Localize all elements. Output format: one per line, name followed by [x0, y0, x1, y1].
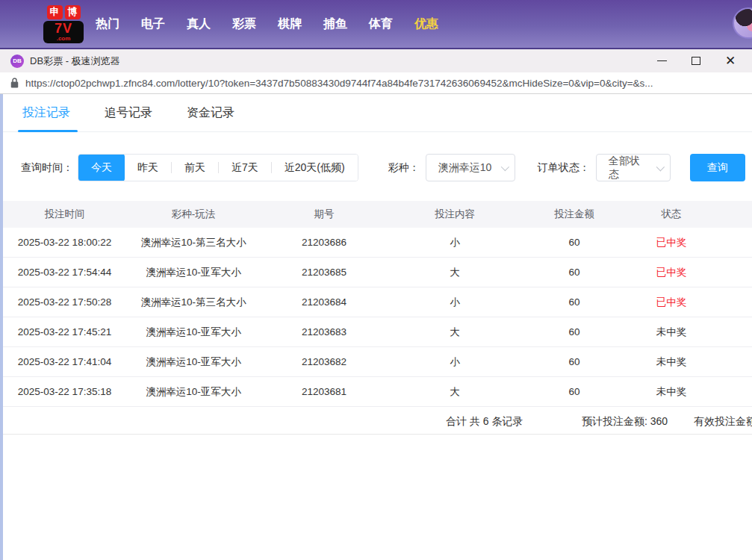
cell-amount: 60	[522, 237, 627, 248]
main-menu: 热门 电子 真人 彩票 棋牌 捕鱼 体育 优惠	[96, 16, 438, 32]
table-row: 2025-03-22 17:50:28 澳洲幸运10-第三名大小 2120368…	[3, 287, 752, 317]
menu-item-promo[interactable]: 优惠	[414, 16, 438, 32]
col-header-bet-time: 投注时间	[3, 208, 126, 221]
cell-issue: 21203683	[261, 326, 388, 337]
order-status-select[interactable]: 全部状态	[596, 154, 671, 181]
cell-content: 小	[388, 296, 522, 309]
user-avatar[interactable]	[733, 7, 752, 39]
tab-bet-records[interactable]: 投注记录	[22, 105, 70, 131]
logo-7v-text: 7V	[55, 22, 72, 35]
site-logo-badges: 申 博	[47, 5, 81, 19]
address-bar[interactable]: https://ctop02pchwp1.zfnc84.com/lottery/…	[0, 72, 752, 94]
url-text: https://ctop02pchwp1.zfnc84.com/lottery/…	[25, 78, 653, 89]
minimize-icon	[657, 60, 667, 61]
menu-item-chess[interactable]: 棋牌	[278, 16, 302, 32]
browser-app-icon: DB	[10, 55, 24, 68]
time-option-yesterday[interactable]: 昨天	[125, 154, 171, 181]
cell-issue: 21203682	[261, 356, 388, 367]
tab-fund-records-label: 资金记录	[187, 106, 234, 119]
cell-issue: 21203681	[261, 386, 388, 397]
tab-chase-records[interactable]: 追号记录	[105, 105, 152, 131]
logo-wordmark: 7V .com	[43, 21, 84, 43]
table-row: 2025-03-22 17:54:44 澳洲幸运10-亚军大小 21203685…	[3, 258, 752, 287]
col-header-content: 投注内容	[388, 208, 522, 221]
lottery-filter-label: 彩种：	[388, 161, 420, 175]
menu-item-slots[interactable]: 电子	[141, 16, 165, 32]
col-header-game-play: 彩种-玩法	[126, 208, 261, 221]
col-header-issue: 期号	[261, 208, 388, 221]
cell-bet-time: 2025-03-22 17:41:04	[3, 356, 126, 367]
top-nav: 申 博 7V .com 热门 电子 真人 彩票 棋牌 捕鱼 体育 优惠	[0, 0, 752, 48]
tab-bar: 投注记录 追号记录 资金记录	[3, 94, 752, 132]
cell-status: 已中奖	[627, 236, 716, 249]
minimize-button[interactable]	[650, 52, 673, 70]
page-content: 投注记录 追号记录 资金记录 查询时间： 今天 昨天 前天 近7天 近20天(低…	[0, 94, 752, 560]
close-icon: ✕	[725, 55, 736, 67]
menu-item-hot[interactable]: 热门	[96, 16, 119, 32]
maximize-button[interactable]	[685, 52, 707, 70]
summary-total-records: 合计 共 6 条记录	[446, 415, 523, 429]
cell-amount: 60	[522, 356, 627, 367]
cell-game-play: 澳洲幸运10-亚军大小	[126, 326, 261, 339]
cell-amount: 60	[522, 326, 627, 337]
window-controls: ✕	[650, 52, 742, 70]
logo-char-1: 申	[47, 5, 63, 19]
cell-game-play: 澳洲幸运10-亚军大小	[126, 355, 261, 369]
table-summary: 合计 共 6 条记录 预计投注金额: 360 有效投注金额: 360	[3, 407, 752, 435]
search-button[interactable]: 查询	[690, 154, 745, 181]
table-row: 2025-03-22 17:45:21 澳洲幸运10-亚军大小 21203683…	[3, 317, 752, 347]
cell-content: 大	[388, 326, 522, 339]
lottery-select[interactable]: 澳洲幸运10	[426, 154, 515, 181]
close-button[interactable]: ✕	[719, 52, 742, 70]
cell-status: 已中奖	[627, 266, 716, 279]
menu-item-sports[interactable]: 体育	[369, 16, 393, 32]
table-row: 2025-03-22 17:35:18 澳洲幸运10-亚军大小 21203681…	[3, 377, 752, 407]
cell-bet-time: 2025-03-22 17:54:44	[3, 267, 126, 278]
cell-amount: 60	[522, 267, 627, 278]
cell-issue: 21203685	[261, 267, 388, 278]
time-option-20days[interactable]: 近20天(低频)	[272, 154, 358, 181]
menu-item-lottery[interactable]: 彩票	[232, 16, 256, 32]
filter-bar: 查询时间： 今天 昨天 前天 近7天 近20天(低频) 彩种： 澳洲幸运10 订…	[21, 154, 752, 181]
cell-content: 大	[388, 385, 522, 399]
time-option-today[interactable]: 今天	[78, 154, 125, 181]
table-row: 2025-03-22 18:00:22 澳洲幸运10-第三名大小 2120368…	[3, 228, 752, 258]
cell-game-play: 澳洲幸运10-第三名大小	[126, 296, 261, 309]
cell-issue: 21203686	[261, 237, 388, 248]
cell-status: 未中奖	[627, 326, 716, 339]
time-filter-label: 查询时间：	[21, 161, 73, 175]
cell-amount: 60	[522, 296, 627, 308]
cell-content: 大	[388, 266, 522, 279]
col-header-amount: 投注金额	[522, 208, 627, 221]
menu-item-fishing[interactable]: 捕鱼	[323, 16, 347, 32]
logo-char-2: 博	[65, 5, 81, 19]
window-titlebar: DB DB彩票 - 极速浏览器 ✕	[0, 48, 752, 72]
status-filter-label: 订单状态：	[538, 161, 590, 175]
cell-amount: 60	[522, 386, 627, 397]
menu-item-live[interactable]: 真人	[187, 16, 211, 32]
col-header-status: 状态	[627, 208, 716, 221]
cell-bet-time: 2025-03-22 17:50:28	[3, 296, 126, 308]
cell-issue: 21203684	[261, 296, 388, 308]
cell-bet-time: 2025-03-22 18:00:22	[3, 237, 126, 248]
cell-content: 小	[388, 236, 522, 249]
cell-bet-time: 2025-03-22 17:45:21	[3, 326, 126, 337]
time-filter-group: 今天 昨天 前天 近7天 近20天(低频)	[78, 154, 358, 181]
cell-bet-time: 2025-03-22 17:35:18	[3, 386, 126, 397]
time-option-day-before[interactable]: 前天	[172, 154, 218, 181]
maximize-icon	[692, 57, 700, 65]
cell-status: 已中奖	[627, 296, 716, 309]
tab-chase-records-label: 追号记录	[105, 106, 152, 119]
cell-content: 小	[388, 355, 522, 369]
site-logo[interactable]: 申 博 7V .com	[43, 5, 84, 43]
window-title: DB彩票 - 极速浏览器	[30, 55, 120, 68]
chevron-down-icon	[500, 162, 509, 170]
tab-fund-records[interactable]: 资金记录	[187, 105, 234, 131]
active-tab-underline	[18, 130, 78, 132]
cell-game-play: 澳洲幸运10-第三名大小	[126, 236, 261, 249]
cell-game-play: 澳洲幸运10-亚军大小	[126, 266, 261, 279]
summary-valid-amount: 有效投注金额: 360	[694, 415, 752, 429]
time-option-7days[interactable]: 近7天	[219, 154, 271, 181]
cell-status: 未中奖	[627, 355, 716, 369]
table-header: 投注时间 彩种-玩法 期号 投注内容 投注金额 状态	[3, 201, 752, 228]
